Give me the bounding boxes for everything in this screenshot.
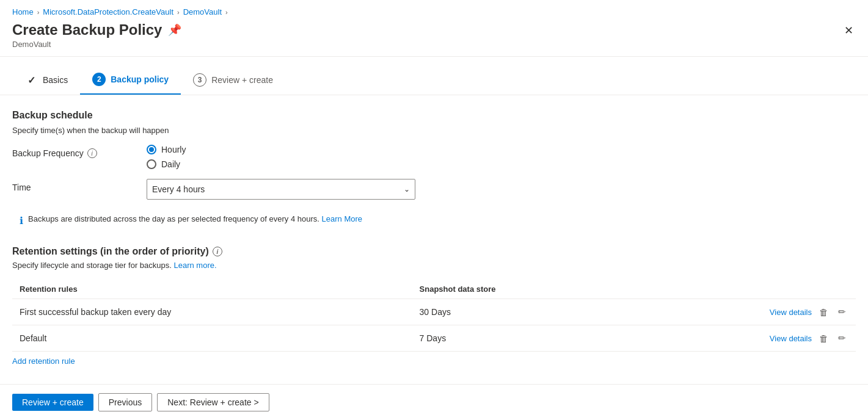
breadcrumb-vault-create[interactable]: Microsoft.DataProtection.CreateVault — [43, 7, 173, 16]
radio-hourly-circle — [147, 145, 156, 154]
backup-frequency-row: Backup Frequency i Hourly Daily — [12, 145, 856, 169]
backup-frequency-label: Backup Frequency i — [12, 145, 147, 158]
breadcrumb-demo-vault[interactable]: DemoVault — [183, 7, 222, 16]
step-3-label: Review + create — [211, 75, 273, 85]
row-1-action-group: View details 🗑 ✏ — [638, 305, 848, 319]
retention-section: Retention settings (in the order of prio… — [12, 246, 856, 366]
col-snapshot: Snapshot data store — [412, 280, 631, 299]
row-1-rule: First successful backup taken every day — [12, 299, 412, 325]
step-1-label: Basics — [43, 75, 68, 85]
review-create-button[interactable]: Review + create — [12, 394, 93, 411]
main-content: Backup schedule Specify time(s) when the… — [0, 95, 868, 420]
time-field: Every 4 hours ⌄ — [147, 179, 856, 200]
retention-subtitle: Specify lifecycle and storage tier for b… — [12, 261, 856, 270]
step-2-indicator: 2 — [92, 73, 106, 86]
row-2-snapshot: 7 Days — [412, 325, 631, 352]
backup-schedule-title: Backup schedule — [12, 110, 856, 121]
radio-hourly[interactable]: Hourly — [147, 145, 856, 154]
col-actions-header — [631, 280, 856, 299]
row-2-edit-icon[interactable]: ✏ — [836, 331, 848, 345]
pin-icon[interactable]: 📌 — [168, 23, 181, 37]
step-1-indicator: ✓ — [24, 73, 38, 87]
retention-learn-more-link[interactable]: Learn more. — [173, 261, 216, 270]
page-header: Create Backup Policy 📌 DemoVault ✕ — [0, 21, 868, 57]
row-1-actions: View details 🗑 ✏ — [631, 299, 856, 325]
row-2-rule: Default — [12, 325, 412, 352]
row-1-edit-icon[interactable]: ✏ — [836, 305, 848, 319]
page-title: Create Backup Policy 📌 — [12, 21, 836, 38]
breadcrumb-sep-3: › — [225, 9, 228, 16]
breadcrumb: Home › Microsoft.DataProtection.CreateVa… — [0, 0, 868, 21]
time-dropdown-value: Every 4 hours — [152, 184, 205, 194]
info-learn-more-link[interactable]: Learn More — [322, 214, 362, 223]
retention-info-icon[interactable]: i — [213, 247, 222, 256]
close-icon[interactable]: ✕ — [842, 21, 856, 40]
radio-daily[interactable]: Daily — [147, 159, 856, 169]
row-2-action-group: View details 🗑 ✏ — [638, 331, 848, 345]
wizard-step-backup-policy[interactable]: 2 Backup policy — [80, 67, 181, 95]
frequency-field: Hourly Daily — [147, 145, 856, 169]
breadcrumb-sep-2: › — [177, 9, 180, 16]
step-2-label: Backup policy — [111, 74, 169, 84]
time-label: Time — [12, 179, 147, 192]
time-dropdown[interactable]: Every 4 hours ⌄ — [147, 179, 415, 200]
table-row: First successful backup taken every day … — [12, 299, 856, 325]
info-banner-text: Backups are distributed across the day a… — [28, 214, 362, 223]
row-2-delete-icon[interactable]: 🗑 — [817, 332, 831, 345]
breadcrumb-home[interactable]: Home — [12, 7, 34, 16]
radio-daily-label: Daily — [161, 159, 180, 169]
backup-schedule-subtitle: Specify time(s) when the backup will hap… — [12, 126, 856, 135]
page-title-text: Create Backup Policy — [12, 21, 162, 38]
table-row: Default 7 Days View details 🗑 ✏ — [12, 325, 856, 352]
breadcrumb-sep-1: › — [37, 9, 40, 16]
title-group: Create Backup Policy 📌 DemoVault — [12, 21, 836, 49]
footer: Review + create Previous Next: Review + … — [0, 384, 868, 420]
next-button[interactable]: Next: Review + create > — [157, 393, 269, 411]
frequency-info-icon[interactable]: i — [87, 148, 97, 158]
wizard-step-basics[interactable]: ✓ Basics — [12, 67, 80, 94]
row-1-view-details[interactable]: View details — [770, 308, 812, 317]
table-header: Retention rules Snapshot data store — [12, 280, 856, 299]
row-2-actions: View details 🗑 ✏ — [631, 325, 856, 352]
row-1-snapshot: 30 Days — [412, 299, 631, 325]
col-retention-rules: Retention rules — [12, 280, 412, 299]
frequency-radio-group: Hourly Daily — [147, 145, 856, 169]
radio-hourly-label: Hourly — [161, 145, 186, 154]
table-body: First successful backup taken every day … — [12, 299, 856, 352]
wizard-step-review-create[interactable]: 3 Review + create — [181, 67, 285, 94]
page-subtitle: DemoVault — [12, 40, 836, 49]
retention-title: Retention settings (in the order of prio… — [12, 246, 856, 257]
info-circle-icon: ℹ — [20, 215, 23, 226]
step-3-indicator: 3 — [193, 73, 206, 87]
radio-daily-circle — [147, 159, 156, 169]
previous-button[interactable]: Previous — [98, 393, 152, 411]
retention-table: Retention rules Snapshot data store Firs… — [12, 280, 856, 352]
wizard-steps: ✓ Basics 2 Backup policy 3 Review + crea… — [0, 57, 868, 95]
time-row: Time Every 4 hours ⌄ — [12, 179, 856, 200]
row-2-view-details[interactable]: View details — [770, 334, 812, 343]
add-retention-rule-link[interactable]: Add retention rule — [12, 357, 75, 366]
chevron-down-icon: ⌄ — [404, 185, 410, 194]
row-1-delete-icon[interactable]: 🗑 — [817, 306, 831, 319]
info-banner: ℹ Backups are distributed across the day… — [12, 209, 856, 231]
